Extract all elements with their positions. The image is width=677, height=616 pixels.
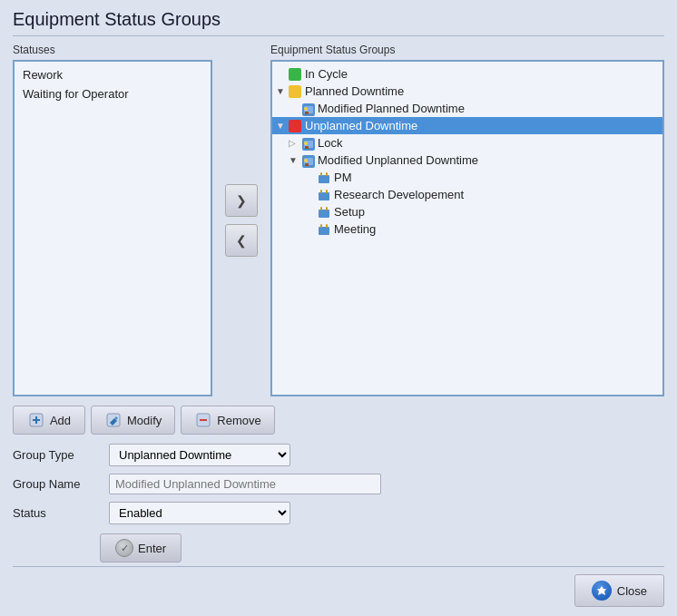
mini-icon-setup	[318, 206, 330, 219]
tree-item-in-cycle[interactable]: In Cycle	[272, 65, 662, 83]
tree-item-modified-unplanned-dt[interactable]: ▼ Modified Unplanned Downtime	[272, 152, 662, 169]
expand-icon-lock: ▷	[289, 138, 301, 148]
pm-icon-svg	[318, 171, 330, 184]
svg-rect-11	[305, 163, 309, 166]
expand-icon-unplanned-dt: ▼	[276, 121, 289, 131]
svg-rect-19	[320, 207, 322, 210]
svg-point-2	[304, 107, 308, 111]
tree-item-lock[interactable]: ▷ Lock	[272, 134, 662, 152]
close-icon	[592, 581, 612, 601]
toolbar-row: Add Modify	[13, 406, 664, 435]
svg-rect-17	[326, 190, 328, 193]
status-select[interactable]: Enabled Disabled	[109, 502, 290, 524]
mini-icon-meeting	[318, 223, 330, 236]
tree-item-planned-dt[interactable]: ▼ Planned Downtime	[272, 83, 662, 100]
enter-check-icon: ✓	[115, 539, 133, 557]
svg-rect-22	[320, 224, 322, 228]
research-icon-svg	[318, 189, 330, 201]
enter-label: Enter	[138, 542, 166, 555]
svg-rect-21	[319, 227, 329, 235]
group-type-label: Group Type	[13, 448, 103, 462]
color-dot-unplanned-dt	[289, 120, 301, 132]
label-modified-unplanned-dt: Modified Unplanned Downtime	[318, 153, 478, 167]
statuses-list[interactable]: Rework Waiting for Operator	[13, 60, 212, 396]
label-lock: Lock	[318, 136, 342, 150]
svg-rect-16	[320, 190, 322, 193]
tree-item-modified-planned-dt[interactable]: Modified Planned Downtime	[272, 100, 662, 117]
unplanned-icon-svg	[301, 154, 316, 169]
remove-icon	[194, 411, 212, 429]
tree-item-meeting[interactable]: Meeting	[272, 220, 662, 238]
main-container: Equipment Status Groups Statuses Rework …	[0, 0, 677, 616]
color-dot-planned-dt	[289, 85, 301, 98]
modify-label: Modify	[127, 414, 162, 427]
form-fields: Group Type Unplanned Downtime Planned Do…	[13, 444, 664, 524]
arrow-left-icon: ❮	[236, 233, 247, 248]
move-right-button[interactable]: ❯	[225, 184, 258, 217]
svg-rect-20	[326, 207, 328, 210]
lock-icon-svg	[301, 137, 316, 152]
label-modified-planned-dt: Modified Planned Downtime	[318, 102, 465, 115]
mini-icon-research-dev	[318, 189, 330, 201]
footer-row: Close	[13, 566, 664, 607]
svg-rect-14	[326, 172, 328, 176]
mini-icon-modified-planned-dt	[301, 103, 314, 115]
color-dot-in-cycle	[289, 68, 301, 81]
mini-icon-pm	[318, 171, 330, 184]
status-item-waiting[interactable]: Waiting for Operator	[18, 84, 207, 103]
group-name-label: Group Name	[13, 477, 103, 491]
svg-rect-15	[319, 192, 329, 200]
planned-icon-svg	[301, 103, 316, 117]
arrow-right-icon: ❯	[236, 193, 247, 208]
status-label: Status	[13, 506, 103, 520]
remove-button[interactable]: Remove	[181, 406, 274, 435]
svg-rect-13	[320, 172, 322, 176]
esg-panel: Equipment Status Groups In Cycle ▼ Plann…	[270, 44, 664, 396]
add-label: Add	[50, 414, 71, 427]
svg-marker-30	[597, 586, 606, 595]
page-title: Equipment Status Groups	[13, 9, 664, 36]
add-icon	[27, 411, 45, 429]
modify-icon	[104, 411, 123, 429]
svg-rect-18	[319, 210, 329, 218]
setup-icon-svg	[318, 206, 330, 219]
label-pm: PM	[334, 171, 352, 184]
label-unplanned-dt: Unplanned Downtime	[305, 119, 417, 132]
esg-tree[interactable]: In Cycle ▼ Planned Downtime	[270, 60, 664, 396]
statuses-panel: Statuses Rework Waiting for Operator	[13, 44, 212, 396]
svg-rect-12	[319, 175, 329, 183]
enter-button[interactable]: ✓ Enter	[100, 533, 182, 562]
close-button[interactable]: Close	[574, 574, 664, 607]
svg-rect-3	[305, 112, 309, 114]
tree-item-research-dev[interactable]: Research Developement	[272, 186, 662, 203]
statuses-label: Statuses	[13, 44, 212, 56]
svg-point-10	[304, 159, 308, 162]
tree-item-unplanned-dt[interactable]: ▼ Unplanned Downtime	[272, 117, 662, 134]
modify-button[interactable]: Modify	[91, 406, 175, 435]
panels-row: Statuses Rework Waiting for Operator ❯ ❮…	[13, 44, 664, 396]
label-setup: Setup	[334, 205, 365, 219]
mini-icon-lock	[301, 137, 314, 150]
group-type-select[interactable]: Unplanned Downtime Planned Downtime In C…	[109, 444, 290, 466]
form-area: Add Modify	[13, 406, 664, 562]
tree-item-pm[interactable]: PM	[272, 169, 662, 186]
expand-icon-modified-unplanned-dt: ▼	[289, 155, 301, 165]
svg-rect-7	[305, 146, 309, 149]
move-left-button[interactable]: ❮	[225, 224, 258, 257]
group-name-input[interactable]	[109, 474, 381, 494]
label-in-cycle: In Cycle	[305, 67, 348, 81]
svg-rect-23	[326, 224, 328, 228]
esg-label: Equipment Status Groups	[270, 44, 664, 56]
remove-label: Remove	[217, 414, 260, 427]
tree-item-setup[interactable]: Setup	[272, 203, 662, 220]
arrow-panel: ❯ ❮	[221, 44, 261, 396]
close-label: Close	[617, 584, 647, 598]
expand-icon-planned-dt: ▼	[276, 86, 289, 96]
mini-icon-modified-unplanned-dt	[301, 154, 314, 167]
meeting-icon-svg	[318, 223, 330, 236]
status-item-rework[interactable]: Rework	[18, 65, 207, 84]
add-button[interactable]: Add	[13, 406, 85, 435]
label-research-dev: Research Developement	[334, 188, 464, 201]
label-meeting: Meeting	[334, 222, 376, 236]
svg-point-6	[304, 142, 308, 145]
